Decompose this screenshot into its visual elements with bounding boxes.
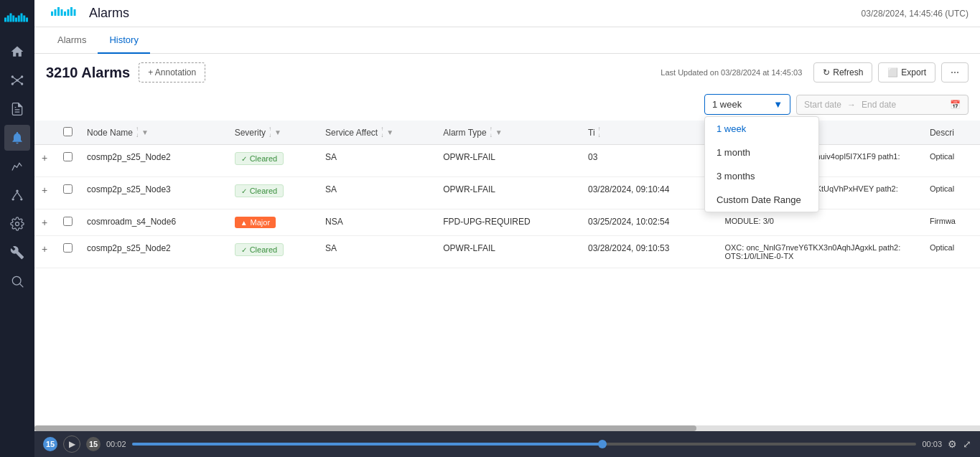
progress-dot[interactable] xyxy=(598,440,607,448)
service-affect-sort[interactable]: ↑↓ xyxy=(381,126,383,138)
col-node-name: Node Name ↑↓ ▼ xyxy=(80,121,228,145)
performance-icon[interactable] xyxy=(4,154,30,179)
severity-sort[interactable]: ↑↓ xyxy=(269,126,271,138)
alarm-type-filter-icon[interactable]: ▼ xyxy=(495,128,503,136)
svg-rect-8 xyxy=(26,18,28,22)
header: Alarms 03/28/2024, 14:45:46 (UTC) xyxy=(34,0,980,27)
scrollbar-thumb[interactable] xyxy=(34,425,696,431)
end-time: 00:03 xyxy=(922,440,942,448)
svg-rect-28 xyxy=(57,7,60,16)
row-expand-4[interactable]: + xyxy=(34,236,56,268)
header-timestamp: 03/28/2024, 14:45:46 (UTC) xyxy=(862,9,969,19)
table-row: + cosmp2p_s25_Node2 ✓ Cleared SA OPWR-LF… xyxy=(34,236,980,268)
extra-button[interactable]: ⋯ xyxy=(941,62,969,83)
calendar-icon: 📅 xyxy=(950,100,961,110)
object-4: OXC: onc_NnlG7nveY6TKX3n0AqhJAgxkL path2… xyxy=(717,236,922,268)
dropdown-item-1month[interactable]: 1 month xyxy=(705,141,818,164)
row-expand-3[interactable]: + xyxy=(34,209,56,236)
svg-rect-32 xyxy=(70,7,73,16)
check-icon: ✓ xyxy=(241,187,247,195)
alarm-type-4: OPWR-LFAIL xyxy=(436,236,581,268)
progress-bar[interactable] xyxy=(132,443,917,446)
alarms-icon[interactable] xyxy=(4,125,30,151)
dropdown-item-custom[interactable]: Custom Date Range xyxy=(705,188,818,212)
severity-3: ▲ Major xyxy=(228,209,318,236)
svg-rect-29 xyxy=(61,9,63,16)
config-icon[interactable] xyxy=(4,211,30,237)
row-checkbox-2[interactable] xyxy=(63,184,73,194)
table-header-row: Node Name ↑↓ ▼ Severity ↑↓ ▼ xyxy=(34,121,980,145)
export-button[interactable]: ⬜ Export xyxy=(878,62,935,83)
description-1: Optical xyxy=(923,145,980,177)
alarm-type-sort[interactable]: ↑↓ xyxy=(490,126,493,138)
select-all-checkbox[interactable] xyxy=(63,127,73,136)
time-2: 03/28/2024, 09:10:44 xyxy=(581,177,717,209)
annotation-button[interactable]: + Annotation xyxy=(139,62,205,83)
filter-row: 1 week ▼ 1 week 1 month 3 months Custom … xyxy=(34,91,980,121)
time-sort[interactable]: ↑↓ xyxy=(598,126,601,138)
severity-2: ✓ Cleared xyxy=(228,177,318,209)
documents-icon[interactable] xyxy=(4,96,30,122)
arrow-up-icon: ▲ xyxy=(241,219,248,227)
node-name-filter-icon[interactable]: ▼ xyxy=(141,128,149,136)
topology-icon[interactable] xyxy=(4,182,30,208)
tab-history[interactable]: History xyxy=(98,27,149,54)
search-icon[interactable] xyxy=(4,268,30,294)
alarms-table: Node Name ↑↓ ▼ Severity ↑↓ ▼ xyxy=(34,121,980,268)
node-name-4: cosmp2p_s25_Node2 xyxy=(80,236,228,268)
svg-line-16 xyxy=(12,80,17,84)
time-select-button[interactable]: 1 week ▼ xyxy=(704,94,790,115)
severity-filter-icon[interactable]: ▼ xyxy=(274,128,281,136)
svg-point-20 xyxy=(20,198,22,200)
node-name-1: cosmp2p_s25_Node2 xyxy=(80,145,228,177)
svg-line-25 xyxy=(20,284,24,288)
description-3: Firmwa xyxy=(923,209,980,236)
cisco-logo xyxy=(4,6,30,32)
tab-alarms[interactable]: Alarms xyxy=(46,27,98,54)
export-icon: ⬜ xyxy=(887,67,898,77)
refresh-icon: ↻ xyxy=(823,67,830,77)
row-checkbox-4[interactable] xyxy=(63,243,73,253)
row-checkbox-1[interactable] xyxy=(63,152,73,161)
service-affect-3: NSA xyxy=(318,209,436,236)
alarm-type-3: FPD-UPG-REQUIRED xyxy=(436,209,581,236)
svg-point-18 xyxy=(16,190,18,192)
svg-rect-4 xyxy=(15,18,17,22)
horizontal-scrollbar[interactable] xyxy=(34,425,980,431)
svg-line-22 xyxy=(17,192,22,198)
tools-icon[interactable] xyxy=(4,240,30,265)
dropdown-item-1week[interactable]: 1 week xyxy=(705,117,818,141)
col-service-affect: Service Affect ↑↓ ▼ xyxy=(318,121,436,145)
expand-icon[interactable]: ⤢ xyxy=(963,438,971,450)
col-severity: Severity ↑↓ ▼ xyxy=(228,121,318,145)
svg-rect-27 xyxy=(55,9,57,16)
svg-rect-0 xyxy=(4,18,6,22)
network-icon[interactable] xyxy=(4,67,30,93)
refresh-button[interactable]: ↻ Refresh xyxy=(813,62,872,83)
home-icon[interactable] xyxy=(4,39,30,65)
node-name-sort[interactable]: ↑↓ xyxy=(136,126,139,138)
dropdown-item-3months[interactable]: 3 months xyxy=(705,164,818,188)
svg-rect-33 xyxy=(74,9,76,16)
tab-bar: Alarms History xyxy=(34,27,980,54)
sidebar xyxy=(0,0,34,457)
play-button[interactable]: ▶ xyxy=(63,435,80,453)
service-affect-2: SA xyxy=(318,177,436,209)
main-content: Alarms 03/28/2024, 14:45:46 (UTC) Alarms… xyxy=(34,0,980,457)
date-range-picker[interactable]: Start date → End date 📅 xyxy=(796,95,969,115)
row-expand-1[interactable]: + xyxy=(34,145,56,177)
row-expand-2[interactable]: + xyxy=(34,177,56,209)
svg-rect-30 xyxy=(64,11,66,16)
svg-line-15 xyxy=(17,77,22,80)
col-expand xyxy=(34,121,56,145)
progress-fill xyxy=(132,443,603,446)
service-affect-filter-icon[interactable]: ▼ xyxy=(386,128,393,136)
table-row: + cosmp2p_s25_Node2 ✓ Cleared SA OPWR-LF… xyxy=(34,145,980,177)
svg-line-17 xyxy=(17,80,22,84)
svg-point-23 xyxy=(16,222,19,226)
settings-icon[interactable]: ⚙ xyxy=(948,438,957,450)
row-checkbox-3[interactable] xyxy=(63,217,73,226)
col-checkbox xyxy=(56,121,80,145)
playback-badge-2: 15 xyxy=(86,437,101,451)
alarms-table-container: Node Name ↑↓ ▼ Severity ↑↓ ▼ xyxy=(34,121,980,425)
